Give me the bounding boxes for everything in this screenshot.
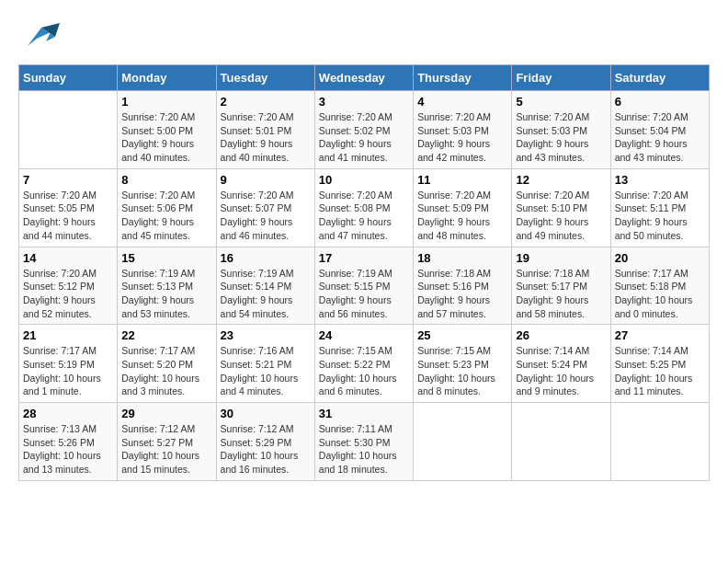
- calendar-cell: 4Sunrise: 7:20 AMSunset: 5:03 PMDaylight…: [414, 91, 512, 169]
- day-info: Sunrise: 7:14 AMSunset: 5:25 PMDaylight:…: [615, 344, 705, 398]
- day-number: 28: [23, 407, 113, 420]
- day-number: 26: [516, 328, 606, 342]
- weekday-header-saturday: Saturday: [610, 65, 709, 91]
- calendar-cell: 13Sunrise: 7:20 AMSunset: 5:11 PMDayligh…: [610, 168, 709, 247]
- calendar-cell: 12Sunrise: 7:20 AMSunset: 5:10 PMDayligh…: [512, 168, 610, 247]
- day-number: 19: [516, 251, 606, 265]
- day-info: Sunrise: 7:20 AMSunset: 5:12 PMDaylight:…: [23, 267, 113, 321]
- weekday-header-thursday: Thursday: [414, 65, 512, 91]
- day-info: Sunrise: 7:20 AMSunset: 5:09 PMDaylight:…: [417, 189, 507, 243]
- day-info: Sunrise: 7:12 AMSunset: 5:29 PMDaylight:…: [221, 422, 311, 477]
- day-info: Sunrise: 7:20 AMSunset: 5:00 PMDaylight:…: [121, 110, 211, 165]
- day-number: 7: [23, 173, 113, 187]
- calendar-cell: 18Sunrise: 7:18 AMSunset: 5:16 PMDayligh…: [414, 247, 512, 325]
- calendar-table: SundayMondayTuesdayWednesdayThursdayFrid…: [18, 64, 710, 481]
- day-info: Sunrise: 7:20 AMSunset: 5:06 PMDaylight:…: [121, 189, 211, 243]
- day-number: 15: [121, 251, 211, 265]
- calendar-cell: 19Sunrise: 7:18 AMSunset: 5:17 PMDayligh…: [512, 247, 610, 325]
- day-info: Sunrise: 7:20 AMSunset: 5:02 PMDaylight:…: [319, 110, 409, 165]
- day-number: 20: [615, 251, 705, 265]
- day-info: Sunrise: 7:17 AMSunset: 5:19 PMDaylight:…: [23, 344, 113, 398]
- calendar-cell: 28Sunrise: 7:13 AMSunset: 5:26 PMDayligh…: [19, 403, 118, 481]
- calendar-cell: 30Sunrise: 7:12 AMSunset: 5:29 PMDayligh…: [216, 403, 314, 481]
- day-info: Sunrise: 7:20 AMSunset: 5:08 PMDaylight:…: [319, 189, 409, 243]
- calendar-cell: 3Sunrise: 7:20 AMSunset: 5:02 PMDaylight…: [314, 91, 413, 169]
- day-info: Sunrise: 7:14 AMSunset: 5:24 PMDaylight:…: [516, 344, 606, 398]
- calendar-cell: [414, 403, 512, 481]
- page-header: [18, 18, 710, 55]
- calendar-cell: 15Sunrise: 7:19 AMSunset: 5:13 PMDayligh…: [118, 247, 216, 325]
- calendar-week-1: 1Sunrise: 7:20 AMSunset: 5:00 PMDaylight…: [19, 91, 710, 169]
- day-info: Sunrise: 7:20 AMSunset: 5:11 PMDaylight:…: [615, 189, 705, 243]
- calendar-cell: 31Sunrise: 7:11 AMSunset: 5:30 PMDayligh…: [314, 403, 413, 481]
- day-number: 31: [319, 407, 409, 420]
- day-number: 25: [417, 328, 507, 342]
- weekday-header-monday: Monday: [118, 65, 216, 91]
- calendar-cell: 11Sunrise: 7:20 AMSunset: 5:09 PMDayligh…: [414, 168, 512, 247]
- calendar-cell: 23Sunrise: 7:16 AMSunset: 5:21 PMDayligh…: [216, 325, 314, 403]
- day-info: Sunrise: 7:20 AMSunset: 5:07 PMDaylight:…: [221, 189, 311, 243]
- logo: [18, 18, 68, 55]
- day-number: 9: [221, 173, 311, 187]
- weekday-header-sunday: Sunday: [19, 65, 118, 91]
- calendar-week-4: 21Sunrise: 7:17 AMSunset: 5:19 PMDayligh…: [19, 325, 710, 403]
- calendar-cell: 22Sunrise: 7:17 AMSunset: 5:20 PMDayligh…: [118, 325, 216, 403]
- day-number: 6: [615, 95, 705, 109]
- weekday-header-wednesday: Wednesday: [314, 65, 413, 91]
- day-info: Sunrise: 7:20 AMSunset: 5:01 PMDaylight:…: [221, 110, 311, 165]
- day-number: 21: [23, 328, 113, 342]
- day-number: 16: [221, 251, 311, 265]
- calendar-cell: [19, 91, 118, 169]
- day-info: Sunrise: 7:13 AMSunset: 5:26 PMDaylight:…: [23, 422, 113, 477]
- weekday-header-row: SundayMondayTuesdayWednesdayThursdayFrid…: [19, 65, 710, 91]
- day-number: 4: [417, 95, 507, 109]
- day-number: 2: [221, 95, 311, 109]
- day-info: Sunrise: 7:20 AMSunset: 5:05 PMDaylight:…: [23, 189, 113, 243]
- calendar-cell: 25Sunrise: 7:15 AMSunset: 5:23 PMDayligh…: [414, 325, 512, 403]
- weekday-header-tuesday: Tuesday: [216, 65, 314, 91]
- calendar-week-2: 7Sunrise: 7:20 AMSunset: 5:05 PMDaylight…: [19, 168, 710, 247]
- day-info: Sunrise: 7:12 AMSunset: 5:27 PMDaylight:…: [121, 422, 211, 477]
- calendar-cell: 7Sunrise: 7:20 AMSunset: 5:05 PMDaylight…: [19, 168, 118, 247]
- day-info: Sunrise: 7:19 AMSunset: 5:13 PMDaylight:…: [121, 267, 211, 321]
- calendar-cell: 9Sunrise: 7:20 AMSunset: 5:07 PMDaylight…: [216, 168, 314, 247]
- day-number: 14: [23, 251, 113, 265]
- day-number: 30: [221, 407, 311, 420]
- day-info: Sunrise: 7:20 AMSunset: 5:03 PMDaylight:…: [516, 110, 606, 165]
- calendar-cell: 24Sunrise: 7:15 AMSunset: 5:22 PMDayligh…: [314, 325, 413, 403]
- calendar-cell: 16Sunrise: 7:19 AMSunset: 5:14 PMDayligh…: [216, 247, 314, 325]
- day-number: 18: [417, 251, 507, 265]
- calendar-cell: 14Sunrise: 7:20 AMSunset: 5:12 PMDayligh…: [19, 247, 118, 325]
- day-number: 24: [319, 328, 409, 342]
- logo-icon: [18, 18, 64, 55]
- day-info: Sunrise: 7:11 AMSunset: 5:30 PMDaylight:…: [319, 422, 409, 477]
- calendar-cell: 10Sunrise: 7:20 AMSunset: 5:08 PMDayligh…: [314, 168, 413, 247]
- day-number: 5: [516, 95, 606, 109]
- calendar-cell: 21Sunrise: 7:17 AMSunset: 5:19 PMDayligh…: [19, 325, 118, 403]
- calendar-week-3: 14Sunrise: 7:20 AMSunset: 5:12 PMDayligh…: [19, 247, 710, 325]
- calendar-cell: 6Sunrise: 7:20 AMSunset: 5:04 PMDaylight…: [610, 91, 709, 169]
- day-info: Sunrise: 7:19 AMSunset: 5:14 PMDaylight:…: [221, 267, 311, 321]
- day-number: 12: [516, 173, 606, 187]
- calendar-cell: [610, 403, 709, 481]
- day-info: Sunrise: 7:15 AMSunset: 5:23 PMDaylight:…: [417, 344, 507, 398]
- day-info: Sunrise: 7:18 AMSunset: 5:16 PMDaylight:…: [417, 267, 507, 321]
- calendar-cell: 5Sunrise: 7:20 AMSunset: 5:03 PMDaylight…: [512, 91, 610, 169]
- day-info: Sunrise: 7:16 AMSunset: 5:21 PMDaylight:…: [221, 344, 311, 398]
- day-number: 23: [221, 328, 311, 342]
- calendar-cell: [512, 403, 610, 481]
- day-number: 13: [615, 173, 705, 187]
- calendar-cell: 29Sunrise: 7:12 AMSunset: 5:27 PMDayligh…: [118, 403, 216, 481]
- calendar-cell: 2Sunrise: 7:20 AMSunset: 5:01 PMDaylight…: [216, 91, 314, 169]
- day-number: 10: [319, 173, 409, 187]
- calendar-cell: 8Sunrise: 7:20 AMSunset: 5:06 PMDaylight…: [118, 168, 216, 247]
- day-number: 17: [319, 251, 409, 265]
- day-number: 1: [121, 95, 211, 109]
- day-info: Sunrise: 7:17 AMSunset: 5:20 PMDaylight:…: [121, 344, 211, 398]
- calendar-cell: 27Sunrise: 7:14 AMSunset: 5:25 PMDayligh…: [610, 325, 709, 403]
- day-number: 3: [319, 95, 409, 109]
- day-info: Sunrise: 7:20 AMSunset: 5:04 PMDaylight:…: [615, 110, 705, 165]
- day-info: Sunrise: 7:18 AMSunset: 5:17 PMDaylight:…: [516, 267, 606, 321]
- day-number: 8: [121, 173, 211, 187]
- calendar-cell: 26Sunrise: 7:14 AMSunset: 5:24 PMDayligh…: [512, 325, 610, 403]
